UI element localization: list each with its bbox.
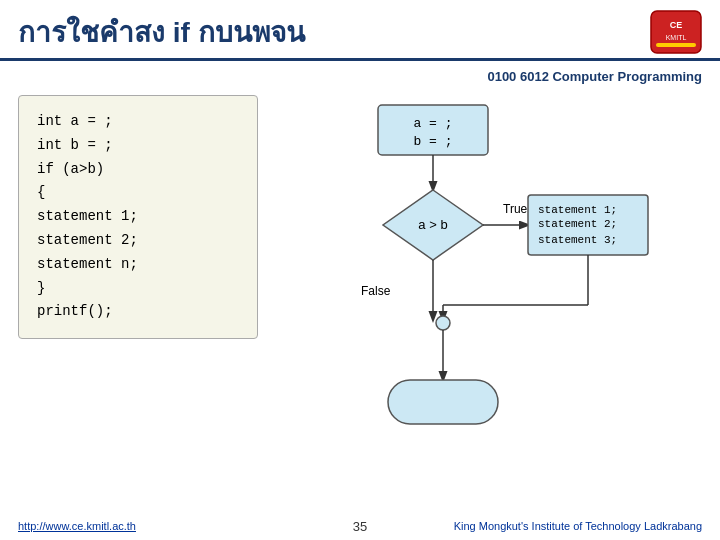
fc-stmt-3: statement 3; [538, 234, 617, 246]
flowchart: a = ; b = ; a > b True statement 1; stat… [288, 95, 668, 475]
svg-point-13 [436, 316, 450, 330]
code-line-4: { [37, 181, 239, 205]
fc-diamond-label: a > b [418, 217, 447, 232]
fc-true-label: True [503, 202, 528, 216]
flowchart-svg: a = ; b = ; a > b True statement 1; stat… [288, 95, 658, 485]
code-line-5: statement 1; [37, 205, 239, 229]
code-line-1: int a = ; [37, 110, 239, 134]
logo-icon: CE KMITL [650, 10, 702, 54]
svg-rect-3 [656, 43, 696, 47]
fc-stmt-2: statement 2; [538, 218, 617, 230]
code-line-3: if (a>b) [37, 158, 239, 182]
subtitle: 0100 6012 Computer Programming [487, 69, 702, 84]
main-content: int a = ; int b = ; if (a>b) { statement… [0, 95, 720, 475]
divider [0, 58, 720, 61]
header: การใชคำสง if กบนพจน CE KMITL [0, 0, 720, 58]
footer-page-number: 35 [353, 519, 367, 534]
code-line-6: statement 2; [37, 229, 239, 253]
code-box: int a = ; int b = ; if (a>b) { statement… [18, 95, 258, 339]
subtitle-row: 0100 6012 Computer Programming [0, 67, 720, 85]
svg-rect-15 [388, 380, 498, 424]
fc-stmt-1: statement 1; [538, 204, 617, 216]
fc-false-label: False [361, 284, 391, 298]
fc-box1-line1: a = ; [413, 116, 452, 131]
code-line-7: statement n; [37, 253, 239, 277]
code-line-8: } [37, 277, 239, 301]
code-line-2: int b = ; [37, 134, 239, 158]
code-line-9: printf(); [37, 300, 239, 324]
footer: http://www.ce.kmitl.ac.th 35 King Mongku… [0, 520, 720, 532]
svg-text:KMITL: KMITL [666, 34, 687, 41]
footer-left-link: http://www.ce.kmitl.ac.th [18, 520, 136, 532]
footer-right-text: King Mongkut's Institute of Technology L… [454, 520, 702, 532]
fc-box1-line2: b = ; [413, 134, 452, 149]
page-title: การใชคำสง if กบนพจน [18, 10, 305, 54]
svg-text:CE: CE [670, 20, 683, 30]
